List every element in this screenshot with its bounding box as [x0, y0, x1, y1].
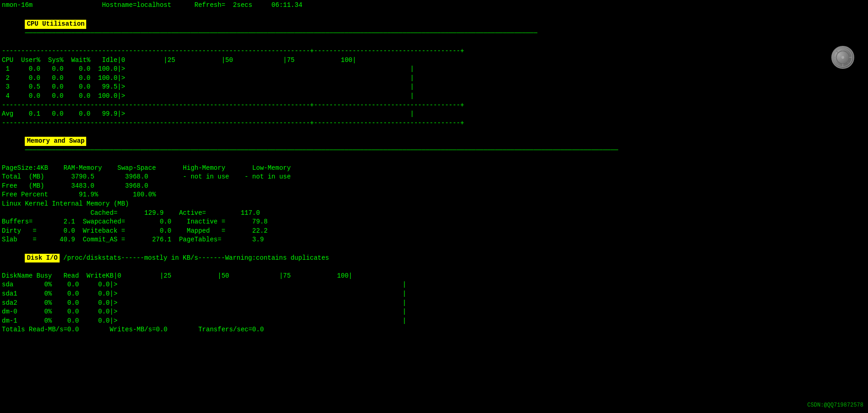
cpu-avg-row: Avg 0.1 0.0 0.0 99.9|> | [2, 110, 866, 119]
cpu-separator-1: ----------------------------------------… [2, 47, 866, 56]
title-bar: nmon-16m Hostname=localhost Refresh= 2se… [0, 0, 868, 11]
logo-icon [831, 46, 854, 69]
memory-line3: Free (MB) 3483.0 3968.0 [2, 182, 866, 191]
cpu-row-2: 2 0.0 0.0 0.0 100.0|> | [2, 74, 866, 83]
disk-row-dm0: dm-0 0% 0.0 0.0|> | [2, 307, 866, 317]
memory-section: Memory and Swap ────────────────────────… [0, 128, 868, 245]
memory-label: Memory and Swap [25, 137, 86, 146]
memory-section-header-line: Memory and Swap ────────────────────────… [2, 128, 866, 163]
cpu-label: CPU Utilisation [25, 20, 86, 29]
disk-column-header: DiskName Busy Read WriteKB|0 |25 |50 |75… [2, 272, 866, 281]
memory-line7: Buffers= 2.1 Swapcached= 0.0 Inactive = … [2, 218, 866, 227]
svg-point-2 [841, 56, 844, 59]
memory-line6: Cached= 129.9 Active= 117.0 [2, 209, 866, 218]
memory-line9: Slab = 40.9 Commit_AS = 276.1 PageTables… [2, 235, 866, 245]
watermark: CSDN:@QQ719872578 [807, 402, 863, 408]
disk-section-header-line: Disk I/O /proc/diskstats------mostly in … [2, 245, 866, 272]
disk-section: Disk I/O /proc/diskstats------mostly in … [0, 245, 868, 335]
terminal-window: nmon-16m Hostname=localhost Refresh= 2se… [0, 0, 868, 413]
memory-line8: Dirty = 0.0 Writeback = 0.0 Mapped = 22.… [2, 227, 866, 236]
cpu-column-header: CPU User% Sys% Wait% Idle|0 |25 |50 |75 … [2, 56, 866, 65]
memory-line5: Linux Kernel Internal Memory (MB) [2, 200, 866, 209]
cpu-section: CPU Utilisation ────────────────────────… [0, 11, 868, 128]
cpu-row-1: 1 0.0 0.0 0.0 100.0|> | [2, 65, 866, 74]
disk-row-dm1: dm-1 0% 0.0 0.0|> | [2, 317, 866, 326]
cpu-row-4: 4 0.0 0.0 0.0 100.0|> | [2, 92, 866, 101]
disk-row-sda1: sda1 0% 0.0 0.0|> | [2, 290, 866, 299]
svg-line-8 [847, 51, 849, 53]
cpu-separator-2: ----------------------------------------… [2, 101, 866, 110]
memory-header-fill: ────────────────────────────────────────… [25, 146, 618, 154]
disk-row-sda2: sda2 0% 0.0 0.0|> | [2, 299, 866, 308]
cpu-header-fill: ────────────────────────────────────────… [25, 29, 537, 37]
cpu-separator-3: ----------------------------------------… [2, 119, 866, 128]
disk-label: Disk I/O [25, 254, 59, 263]
memory-line1: PageSize:4KB RAM-Memory Swap-Space High-… [2, 164, 866, 173]
disk-row-sda: sda 0% 0.0 0.0|> | [2, 280, 866, 290]
memory-line4: Free Percent 91.9% 100.0% [2, 190, 866, 200]
cpu-section-header-line: CPU Utilisation ────────────────────────… [2, 11, 866, 47]
svg-line-10 [847, 62, 849, 64]
svg-line-9 [836, 62, 838, 64]
disk-totals: Totals Read-MB/s=0.0 Writes-MB/s=0.0 Tra… [2, 325, 866, 335]
memory-line2: Total (MB) 3790.5 3968.0 - not in use - … [2, 173, 866, 182]
svg-line-7 [836, 51, 838, 53]
cpu-row-3: 3 0.5 0.0 0.0 99.5|> | [2, 83, 866, 92]
disk-header-suffix: /proc/diskstats------mostly in KB/s-----… [60, 254, 329, 262]
